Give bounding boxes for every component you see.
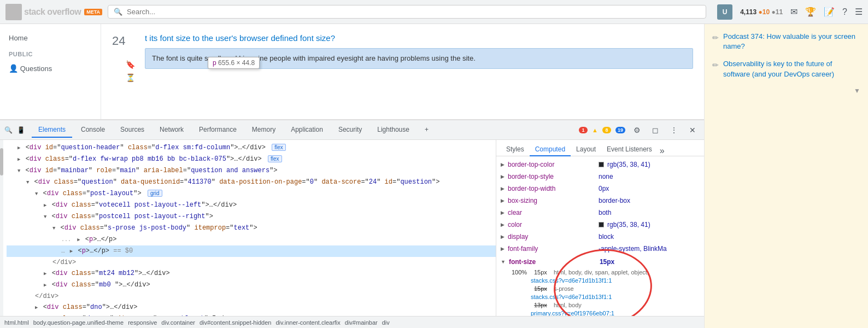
sidebar-item-home[interactable]: Home	[0, 30, 101, 46]
tab-memory[interactable]: Memory	[245, 122, 282, 138]
font-size-detail: 100% 15px html, body, div, span, applet,…	[496, 268, 704, 316]
bookmark-icon[interactable]: 🔖	[126, 60, 135, 69]
element-line[interactable]: ▶ <div id="question-header" class="d-fle…	[7, 142, 496, 154]
meta-badge: META	[84, 9, 102, 15]
font-size-source-3[interactable]: primary.css?v=e0f19766eb07:1	[531, 310, 614, 316]
computed-row-clear[interactable]: ▶ clear both	[496, 207, 704, 219]
element-line-selected[interactable]: … ▶ <p>…</p> == $0	[7, 245, 496, 257]
search-bar[interactable]: 🔍	[108, 5, 706, 19]
sidebar-item-text-podcast: Podcast 374: How valuable is your screen…	[723, 32, 860, 51]
element-line[interactable]: ▶ <div class="mt24 mb12">…</div>	[7, 268, 496, 279]
devtools-breadcrumb: html.html body.question-page.unified-the…	[0, 316, 704, 328]
font-size-source-2[interactable]: stacks.css?v=d6e71d1b13f1:1	[531, 294, 612, 300]
main-layout: Home PUBLIC 👤 Questions 24 p 655.6 × 44.…	[0, 24, 868, 328]
tab-layout[interactable]: Layout	[571, 143, 601, 156]
tab-add[interactable]: +	[418, 122, 435, 138]
devtools-body: ▶ <div id="question-header" class="d-fle…	[0, 140, 704, 316]
breadcrumb-div[interactable]: div	[382, 319, 390, 326]
element-line[interactable]: ▶ <div class="votecell post-layout--left…	[7, 200, 496, 211]
computed-row-border-top-width[interactable]: ▶ border-top-width 0px	[496, 183, 704, 195]
review-icon[interactable]: 📝	[824, 7, 835, 17]
element-line[interactable]: ▼ <div class="post-layout"> grid	[7, 188, 496, 200]
breadcrumb-html[interactable]: html.html	[4, 319, 29, 326]
history-icon[interactable]: ⏳	[126, 73, 135, 82]
breadcrumb-responsive[interactable]: responsive	[128, 319, 157, 326]
close-icon[interactable]: ✕	[685, 123, 700, 137]
help-icon[interactable]: ?	[842, 7, 847, 17]
tab-network[interactable]: Network	[153, 122, 190, 138]
warning-triangle: ▲	[592, 127, 598, 133]
dock-icon[interactable]: ◻	[648, 123, 662, 137]
element-line[interactable]: ▶ <div class="mb0 ">…</div>	[7, 279, 496, 291]
pencil-icon-2: ✏	[712, 60, 719, 71]
font-size-val-1: 15px	[534, 269, 550, 276]
element-line[interactable]: ▼ <div class="postcell post-layout--righ…	[7, 211, 496, 222]
tab-performance[interactable]: Performance	[192, 122, 243, 138]
computed-row-display[interactable]: ▶ display block	[496, 231, 704, 243]
element-line[interactable]: ▶ <div class="dno">…</div>	[7, 302, 496, 313]
computed-row-color[interactable]: ▶ color rgb(35, 38, 41)	[496, 219, 704, 231]
styles-tab-bar: Styles Computed Layout Event Listeners »	[496, 140, 704, 156]
tab-security[interactable]: Security	[332, 122, 368, 138]
computed-row-border-top-style[interactable]: ▶ border-top-style none	[496, 171, 704, 183]
trophy-icon[interactable]: 🏆	[805, 7, 816, 17]
element-tooltip: p 655.6 × 44.8	[208, 57, 260, 69]
tab-application[interactable]: Application	[284, 122, 330, 138]
user-nav: U 4,113 ●10 ●11 ✉ 🏆 📝 ? ☰	[717, 4, 863, 20]
computed-row-font-size-header[interactable]: ▼ font-size 15px	[496, 256, 704, 268]
device-icon[interactable]: 📱	[17, 126, 25, 134]
pencil-icon-1: ✏	[712, 33, 719, 44]
element-line[interactable]: ... ▶ <p>…</p>	[7, 234, 496, 245]
more-icon[interactable]: ⋮	[667, 123, 681, 137]
elements-panel[interactable]: ▶ <div id="question-header" class="d-fle…	[0, 140, 496, 316]
breadcrumb-div-content[interactable]: div#content.snippet-hidden	[200, 319, 271, 326]
font-size-section[interactable]: ▼ font-size 15px 100% 15px html, bo	[496, 255, 704, 316]
sidebar-item-podcast[interactable]: ✏ Podcast 374: How valuable is your scre…	[712, 32, 860, 51]
font-size-selector-2: s-prose	[554, 285, 704, 292]
element-line[interactable]: ▼ <div class="s-prose js-post-body" item…	[7, 222, 496, 234]
color-swatch	[599, 162, 604, 167]
devtools-tab-bar: 🔍 📱 Elements Console Sources Network Per…	[0, 120, 704, 140]
so-logo-icon	[5, 4, 22, 20]
font-size-val-3: 13px	[534, 302, 550, 308]
computed-row-box-sizing[interactable]: ▶ box-sizing border-box	[496, 195, 704, 207]
computed-row-border-top-color[interactable]: ▶ border-top-color rgb(35, 38, 41)	[496, 159, 704, 171]
breadcrumb-div-mainbar[interactable]: div#mainbar	[345, 319, 378, 326]
font-size-val-2: 15px	[534, 285, 550, 292]
computed-panel[interactable]: ▶ border-top-color rgb(35, 38, 41) ▶ bor…	[496, 156, 704, 316]
element-line[interactable]: ▼ <div class="question" data-questionid=…	[7, 177, 496, 188]
tab-lighthouse[interactable]: Lighthouse	[371, 122, 416, 138]
font-size-source-1[interactable]: stacks.css?v=d6e71d1b13f1:1	[531, 277, 612, 284]
tab-computed[interactable]: Computed	[530, 143, 571, 156]
tab-elements[interactable]: Elements	[32, 122, 72, 138]
settings-icon[interactable]: ⚙	[630, 123, 644, 137]
sidebar-item-questions[interactable]: 👤 Questions	[0, 60, 101, 77]
tab-sources[interactable]: Sources	[114, 122, 151, 138]
element-line[interactable]: </div>	[7, 291, 496, 302]
styles-more-icon[interactable]: »	[658, 146, 667, 156]
avatar: U	[717, 4, 732, 20]
sidebar-item-observability[interactable]: ✏ Observability is key to the future of …	[712, 59, 860, 79]
font-size-row-1: 100% 15px html, body, div, span, applet,…	[512, 268, 704, 277]
element-line[interactable]: ▼ <div id="mainbar" role="main" aria-lab…	[7, 165, 496, 177]
tab-event-listeners[interactable]: Event Listeners	[601, 143, 658, 156]
menu-icon[interactable]: ☰	[855, 7, 863, 17]
font-size-pct-1: 100%	[512, 269, 531, 276]
scroll-track[interactable]	[0, 140, 3, 316]
font-size-link-3: primary.css?v=e0f19766eb07:1	[512, 309, 704, 316]
computed-row-font-family[interactable]: ▶ font-family -apple-system, BlinkMa	[496, 243, 704, 255]
element-line[interactable]: ▶ <div class="d-flex fw-wrap pb8 mb16 bb…	[7, 154, 496, 165]
inbox-icon[interactable]: ✉	[790, 7, 797, 17]
tab-styles[interactable]: Styles	[501, 143, 530, 156]
breadcrumb-div-inner[interactable]: div.inner-content.clearfix	[275, 319, 340, 326]
search-input[interactable]	[127, 8, 700, 16]
scroll-thumb[interactable]	[0, 148, 3, 175]
expand-arrow[interactable]: ▼	[712, 87, 860, 95]
breadcrumb-body[interactable]: body.question-page.unified-theme	[33, 319, 124, 326]
breadcrumb-div-container[interactable]: div.container	[161, 319, 195, 326]
tab-console[interactable]: Console	[74, 122, 112, 138]
element-line[interactable]: </div>	[7, 257, 496, 268]
inspect-icon[interactable]: 🔍	[4, 126, 13, 134]
element-line[interactable]: <span class="d-none" itemprop="commentCo…	[7, 313, 496, 316]
tooltip-tag: p	[213, 59, 216, 67]
